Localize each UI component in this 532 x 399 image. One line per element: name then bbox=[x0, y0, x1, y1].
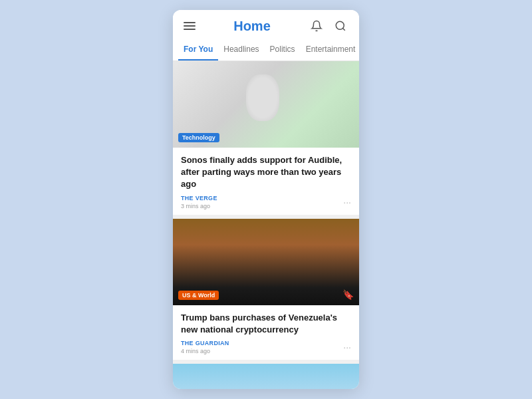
menu-icon[interactable] bbox=[184, 22, 196, 30]
article-image: Technology bbox=[173, 61, 359, 148]
article-card: Technology Sonos finally adds support fo… bbox=[173, 61, 359, 215]
bookmark-icon[interactable]: 🔖 bbox=[342, 289, 354, 300]
notification-icon[interactable] bbox=[309, 18, 325, 34]
article-time: 3 mins ago bbox=[181, 203, 217, 209]
article-title[interactable]: Sonos finally adds support for Audible, … bbox=[181, 154, 351, 191]
article-source: THE GUARDIAN bbox=[181, 340, 229, 346]
header-icons bbox=[309, 18, 348, 34]
article-body: Trump bans purchases of Venezuela's new … bbox=[173, 305, 359, 360]
article-source: THE VERGE bbox=[181, 195, 217, 201]
article-time: 4 mins ago bbox=[181, 348, 229, 354]
more-options-icon[interactable]: ··· bbox=[343, 197, 351, 207]
article-meta: THE GUARDIAN 4 mins ago ··· bbox=[181, 340, 351, 354]
svg-point-0 bbox=[336, 21, 344, 29]
category-badge: Technology bbox=[178, 133, 219, 142]
article-image: US & World 🔖 bbox=[173, 219, 359, 305]
news-feed: Technology Sonos finally adds support fo… bbox=[173, 61, 359, 389]
article-card: Sports 🔖 surges WRC Rally Mexico: Sebast… bbox=[173, 364, 359, 389]
tab-entertainment[interactable]: Entertainment bbox=[301, 39, 359, 61]
more-options-icon[interactable]: ··· bbox=[343, 342, 351, 352]
tab-for-you[interactable]: For You bbox=[178, 39, 218, 61]
search-icon[interactable] bbox=[332, 18, 348, 34]
article-card: US & World 🔖 Trump bans purchases of Ven… bbox=[173, 219, 359, 360]
tab-headlines[interactable]: Headlines bbox=[218, 39, 264, 61]
article-meta: THE VERGE 3 mins ago ··· bbox=[181, 195, 351, 209]
tabs-bar: For You Headlines Politics Entertainment… bbox=[173, 39, 359, 61]
category-badge: US & World bbox=[178, 291, 219, 300]
tab-politics[interactable]: Politics bbox=[265, 39, 301, 61]
article-image: Sports 🔖 surges bbox=[173, 364, 359, 389]
header: Home bbox=[173, 10, 359, 39]
article-body: Sonos finally adds support for Audible, … bbox=[173, 148, 359, 215]
page-title: Home bbox=[233, 19, 271, 34]
svg-line-1 bbox=[342, 28, 344, 30]
article-title[interactable]: Trump bans purchases of Venezuela's new … bbox=[181, 312, 351, 336]
phone-container: Home For You Headlines Politics Entertai… bbox=[173, 10, 359, 389]
